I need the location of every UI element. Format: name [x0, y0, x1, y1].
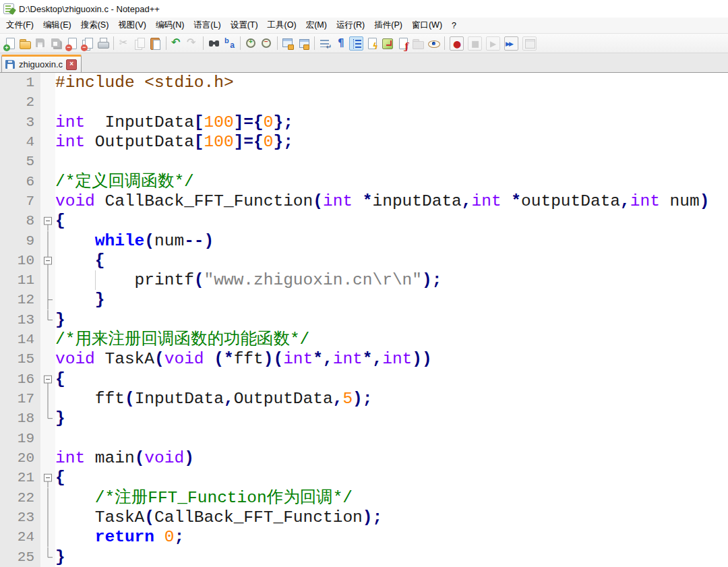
code-text[interactable]: TaskA(CallBack_FFT_Function);	[55, 508, 728, 527]
code-text[interactable]: /*注册FFT_Function作为回调*/	[55, 488, 728, 508]
tab-close-icon[interactable]: ×	[66, 59, 77, 70]
paste-icon[interactable]	[148, 36, 162, 51]
code-text[interactable]: int InputData[100]={0};	[55, 113, 728, 132]
monitoring-icon[interactable]	[427, 36, 441, 51]
show-all-chars-icon[interactable]	[334, 36, 348, 51]
fold-marker	[40, 429, 55, 448]
indent-guide-icon[interactable]	[349, 36, 363, 51]
code-text[interactable]: }	[55, 310, 728, 330]
macro-run-multiple-icon[interactable]	[504, 36, 518, 51]
code-text[interactable]: int main(void)	[55, 448, 728, 468]
code-token: );	[363, 508, 382, 527]
code-token: 100	[204, 113, 234, 131]
code-text[interactable]: /*用来注册回调函数的功能函数*/	[55, 330, 728, 349]
fold-marker[interactable]	[40, 369, 55, 389]
code-text[interactable]: }	[55, 547, 728, 567]
code-token: int	[55, 113, 85, 131]
code-text[interactable]: int OutputData[100]={0};	[55, 132, 728, 152]
code-token: 0	[264, 133, 274, 151]
code-text[interactable]: return 0;	[55, 527, 728, 547]
undo-icon[interactable]	[170, 36, 184, 51]
close-all-icon[interactable]	[80, 36, 94, 51]
line-number: 13	[0, 310, 40, 330]
redo-icon[interactable]	[185, 36, 200, 51]
fold-marker[interactable]	[40, 211, 55, 231]
code-text[interactable]: printf("www.zhiguoxin.cn\r\n");	[55, 270, 728, 290]
menu-item-window[interactable]: 窗口(W)	[407, 18, 447, 33]
menu-item-help[interactable]: ?	[447, 19, 461, 32]
menu-item-language[interactable]: 语言(L)	[189, 18, 225, 33]
menu-item-file[interactable]: 文件(F)	[1, 18, 38, 33]
save-icon[interactable]	[34, 36, 48, 51]
code-text[interactable]: void TaskA(void (*fft)(int*,int*,int))	[55, 349, 728, 369]
line-number: 12	[0, 290, 40, 309]
fold-marker	[40, 409, 55, 428]
code-text[interactable]: {	[55, 468, 728, 487]
code-text[interactable]: }	[55, 290, 728, 309]
code-text[interactable]: while(num--)	[55, 231, 728, 251]
menu-item-encoding[interactable]: 编码(N)	[151, 18, 189, 33]
tab-zhiguoxin.c[interactable]: zhiguoxin.c×	[1, 55, 82, 72]
macro-save-icon[interactable]	[522, 36, 537, 51]
print-icon[interactable]	[96, 36, 110, 51]
menu-item-run[interactable]: 运行(R)	[332, 18, 369, 33]
replace-icon[interactable]	[222, 36, 237, 51]
code-token: 0	[164, 528, 175, 546]
zoom-out-icon[interactable]	[260, 36, 274, 51]
menu-item-macro[interactable]: 宏(M)	[301, 18, 332, 33]
find-icon[interactable]	[207, 36, 221, 51]
code-token: (*	[214, 350, 233, 368]
menu-item-plugins[interactable]: 插件(P)	[369, 18, 407, 33]
menu-item-tools[interactable]: 工具(O)	[263, 18, 301, 33]
folder-workspace-icon[interactable]	[411, 36, 425, 51]
code-text[interactable]	[55, 92, 728, 112]
code-text[interactable]: {	[55, 251, 728, 270]
code-token: int	[382, 350, 412, 368]
macro-record-icon[interactable]	[450, 36, 464, 51]
code-text[interactable]: {	[55, 211, 728, 231]
macro-stop-icon[interactable]	[468, 36, 482, 51]
sync-v-icon[interactable]	[281, 36, 295, 51]
code-line: 12 }	[0, 290, 728, 309]
code-text[interactable]	[55, 429, 728, 448]
code-text[interactable]: /*定义回调函数*/	[55, 172, 728, 191]
fold-marker[interactable]	[40, 251, 55, 270]
menu-item-settings[interactable]: 设置(T)	[226, 18, 263, 33]
code-editor[interactable]: 1#include <stdio.h>23int InputData[100]=…	[0, 73, 728, 567]
notepadpp-window: D:\Desktop\zhiguoxin.c - Notepad++ 文件(F)…	[0, 0, 728, 567]
fold-marker	[40, 448, 55, 468]
new-file-icon[interactable]	[3, 36, 17, 51]
code-text[interactable]: #include <stdio.h>	[55, 73, 728, 92]
code-text[interactable]: {	[55, 369, 728, 389]
line-number: 5	[0, 152, 40, 171]
macro-play-icon[interactable]	[486, 36, 500, 51]
line-number: 2	[0, 92, 40, 112]
word-wrap-icon[interactable]	[318, 36, 332, 51]
code-text[interactable]: void CallBack_FFT_Function(int *inputDat…	[55, 191, 728, 211]
sync-h-icon[interactable]	[297, 36, 311, 51]
doc-map-icon[interactable]	[380, 36, 394, 51]
code-line: 4int OutputData[100]={0};	[0, 132, 728, 152]
close-icon[interactable]	[65, 36, 79, 51]
menu-item-edit[interactable]: 编辑(E)	[38, 18, 76, 33]
code-token: void	[55, 192, 95, 210]
cut-icon[interactable]	[117, 36, 131, 51]
code-token: ;	[174, 528, 184, 546]
menu-item-view[interactable]: 视图(V)	[113, 18, 151, 33]
code-text[interactable]: fft(InputData,OutputData,5);	[55, 389, 728, 409]
fold-marker	[40, 172, 55, 191]
define-language-icon[interactable]	[365, 36, 379, 51]
toolbar-separator	[277, 36, 278, 50]
code-line: 24 return 0;	[0, 527, 728, 547]
line-number: 25	[0, 547, 40, 567]
save-all-icon[interactable]	[49, 36, 63, 51]
toolbar-separator	[314, 36, 315, 50]
fold-marker[interactable]	[40, 468, 55, 487]
open-icon[interactable]	[18, 36, 32, 51]
copy-icon[interactable]	[133, 36, 147, 51]
menu-item-search[interactable]: 搜索(S)	[76, 18, 114, 33]
function-list-icon[interactable]	[396, 36, 410, 51]
code-text[interactable]: }	[55, 409, 728, 428]
zoom-in-icon[interactable]	[244, 36, 258, 51]
code-text[interactable]	[55, 152, 728, 171]
